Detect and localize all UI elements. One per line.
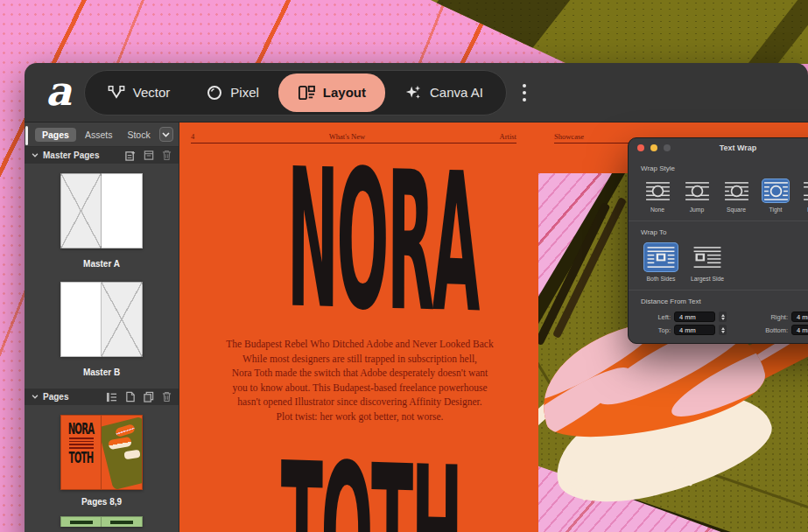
toolbar: a Vector Pixel Layout (25, 63, 808, 122)
wrap-to-both-sides[interactable]: Both Sides (641, 242, 681, 282)
master-a-thumbnail[interactable]: Master A (25, 164, 179, 269)
edit-master-page-icon[interactable] (144, 150, 154, 161)
master-b-thumbnail[interactable]: Master B (25, 280, 179, 377)
mini-headline-bottom: TOTH (66, 449, 96, 465)
mini-rule-lines (69, 438, 94, 449)
next-pages-thumbnail-partial[interactable] (25, 507, 179, 530)
distance-right-input[interactable]: 4 mm (791, 312, 808, 322)
wrap-style-jump[interactable]: Jump (680, 178, 713, 213)
chevron-down-icon (32, 153, 39, 158)
master-b-left-page (60, 282, 102, 357)
distance-right-label: Right: (758, 313, 788, 321)
body-line: While most designers are still trapped i… (209, 352, 510, 367)
distance-top-stepper[interactable] (719, 325, 727, 335)
body-line: The Budapest Rebel Who Ditched Adobe and… (209, 337, 510, 352)
distance-from-text-section: Distance From Text Left: 4 mm Top: 4 mm … (629, 290, 808, 343)
distance-top-input[interactable]: 4 mm (674, 325, 715, 335)
distance-label: Distance From Text (641, 298, 808, 305)
delete-trash-icon[interactable] (162, 150, 172, 161)
distance-left-stepper[interactable] (719, 312, 727, 322)
master-a-right-page (102, 173, 143, 248)
toolbar-overflow-menu[interactable] (517, 77, 531, 108)
wrap-to-largest-side[interactable]: Largest Side (687, 242, 727, 282)
wrap-style-none[interactable]: None (641, 178, 674, 213)
body-line: Plot twist: her work got better, not wor… (209, 410, 510, 424)
delete-trash-icon[interactable] (162, 391, 172, 402)
tab-assets[interactable]: Assets (79, 128, 119, 142)
studio-tabstrip: Pages Assets Stock (25, 122, 179, 147)
pages-8-9-thumbnail[interactable]: NORA TOTH Pages 8,9 (25, 405, 179, 507)
section-name-right: Artist (500, 132, 516, 141)
wrap-style-label: Wrap Style (641, 164, 808, 172)
close-button[interactable] (637, 144, 644, 151)
wrap-style-square[interactable]: Square (720, 178, 753, 213)
wrap-to-section: Wrap To Both Sides Largest Side (629, 220, 808, 290)
chevron-down-icon (32, 395, 39, 399)
text-wrap-panel: Text Wrap Wrap Style None Jump S (628, 137, 808, 344)
affinity-logo[interactable]: a (46, 71, 72, 111)
headline-text: NORA (287, 162, 479, 320)
sparkles-icon (404, 84, 422, 102)
wrap-none-icon (646, 181, 670, 201)
persona-tab-pixel[interactable]: Pixel (189, 74, 277, 111)
page-8-mini: NORA TOTH (60, 415, 102, 490)
zoom-button[interactable] (664, 144, 671, 151)
persona-tab-label: Vector (133, 85, 171, 100)
wrap-style-inside[interactable]: Inside (798, 178, 808, 213)
wrap-style-tight[interactable]: Tight (759, 178, 792, 213)
both-sides-icon (647, 246, 675, 270)
headline-text: TOTH (281, 456, 461, 532)
panel-title-bar[interactable]: Text Wrap (629, 138, 808, 158)
persona-tab-canva-ai[interactable]: Canva AI (387, 74, 501, 111)
body-line: Nora Toth made the switch that Adobe des… (209, 366, 510, 381)
partial-right-page (102, 516, 143, 527)
persona-tab-label: Layout (323, 85, 366, 100)
master-a-label: Master A (25, 259, 179, 269)
wrap-style-section: Wrap Style None Jump Square (629, 158, 808, 220)
distance-bottom-label: Bottom: (758, 326, 788, 334)
mini-headline-top: NORA (66, 421, 96, 437)
persona-tab-layout[interactable]: Layout (278, 74, 385, 112)
pixel-circle-icon (207, 85, 222, 101)
scroll-indicator[interactable] (25, 126, 28, 145)
insert-pages-icon[interactable] (106, 392, 117, 402)
page-9-mini (102, 415, 143, 490)
distance-top-label: Top: (641, 326, 671, 334)
master-pages-section-header[interactable]: Master Pages (25, 147, 179, 164)
wrap-tight-icon (764, 181, 788, 201)
studio-options-button[interactable] (159, 127, 173, 142)
headline-nora-frame[interactable]: NORA (179, 164, 540, 270)
add-master-page-icon[interactable] (125, 150, 136, 161)
headline-toth-frame[interactable]: TOTH (179, 458, 540, 532)
wrap-inside-icon (804, 181, 808, 201)
wrap-jump-icon (685, 181, 709, 201)
pages-8-9-label: Pages 8,9 (25, 497, 179, 507)
section-name-left: Showcase (554, 132, 584, 141)
distance-left-input[interactable]: 4 mm (674, 312, 715, 322)
distance-bottom-input[interactable]: 4 mm (791, 325, 808, 335)
master-b-label: Master B (25, 368, 179, 377)
persona-tab-vector[interactable]: Vector (90, 74, 188, 111)
pages-studio-sidebar: Pages Assets Stock Master Pages Master A (25, 122, 179, 532)
layout-page-icon (298, 85, 315, 101)
add-page-icon[interactable] (125, 391, 136, 402)
nigiri-hand (667, 466, 693, 487)
section-title: Master Pages (43, 150, 99, 160)
window-controls (637, 144, 671, 151)
tab-stock[interactable]: Stock (121, 128, 156, 142)
wrap-square-icon (725, 181, 748, 201)
duplicate-page-icon[interactable] (144, 391, 154, 402)
tab-pages[interactable]: Pages (35, 128, 76, 142)
panel-title: Text Wrap (720, 144, 757, 152)
partial-left-page (60, 516, 102, 527)
master-a-left-page (60, 173, 102, 248)
persona-tab-label: Pixel (230, 85, 259, 100)
master-b-right-page (102, 282, 143, 357)
body-line: hasn't opened Illustrator since discover… (209, 395, 510, 410)
vector-pen-icon (108, 85, 125, 100)
page-number: 4 (191, 132, 194, 141)
minimize-button[interactable] (650, 144, 657, 151)
pages-section-header[interactable]: Pages (25, 388, 179, 405)
body-line: you to know about. This Budapest-based f… (209, 381, 510, 396)
body-text-frame[interactable]: The Budapest Rebel Who Ditched Adobe and… (209, 337, 510, 424)
